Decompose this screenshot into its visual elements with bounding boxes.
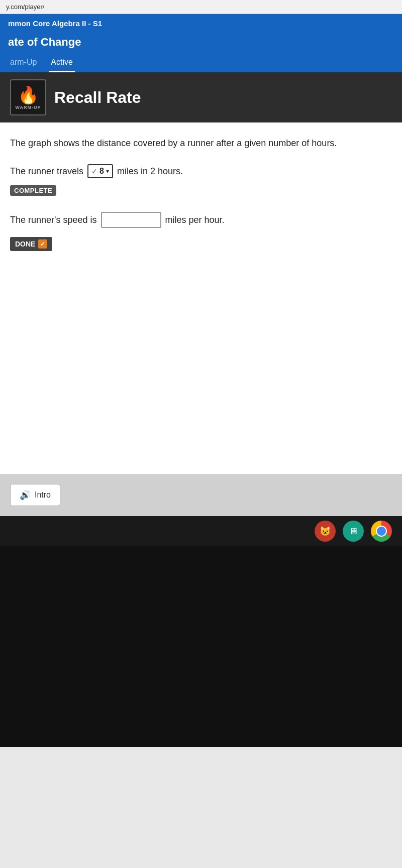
chevron-down-icon: ▾ [106,168,109,175]
tab-active[interactable]: Active [49,54,75,72]
question1-row: The runner travels ✓ 8 ▾ miles in 2 hour… [10,164,392,178]
question2-suffix: miles per hour. [165,215,225,225]
page-title: ate of Change [8,36,81,48]
check-icon: ✓ [91,167,97,175]
miles-dropdown[interactable]: ✓ 8 ▾ [87,164,113,178]
main-content: The graph shows the distance covered by … [0,122,402,474]
screen-symbol: 🖥 [349,526,358,537]
browser-url: y.com/player/ [6,3,44,11]
taskbar: 😺 🖥 [0,516,402,546]
course-nav-bar: mmon Core Algebra II - S1 [0,14,402,33]
course-name: mmon Core Algebra II - S1 [8,19,102,28]
done-check-icon: ✓ [38,239,47,249]
question2-prefix: The runner's speed is [10,215,97,225]
done-button-container: DONE ✓ [10,233,392,251]
question1-prefix: The runner travels [10,166,83,177]
warmup-icon-box: 🔥 WARM-UP [10,79,46,115]
tab-warmup[interactable]: arm-Up [8,54,39,72]
question2-row: The runner's speed is miles per hour. [10,212,392,228]
flame-icon: 🔥 [18,85,39,105]
warmup-header: 🔥 WARM-UP Recall Rate [0,72,402,122]
dark-bottom-region [0,546,402,747]
chrome-icon[interactable] [371,521,392,542]
description-text: The graph shows the distance covered by … [10,137,392,150]
red-app-symbol: 😺 [320,526,331,537]
done-label: DONE [15,240,35,248]
tabs-bar: arm-Up Active [0,54,402,72]
done-button[interactable]: DONE ✓ [10,237,52,251]
dropdown-value: 8 [99,167,104,176]
intro-label: Intro [35,490,51,500]
complete-badge: COMPLETE [10,183,392,208]
intro-button[interactable]: 🔊 Intro [10,484,60,506]
question1-suffix: miles in 2 hours. [117,166,183,177]
teal-screen-icon[interactable]: 🖥 [343,521,364,542]
bottom-bar: 🔊 Intro [0,474,402,516]
browser-bar: y.com/player/ [0,0,402,14]
page-title-bar: ate of Change [0,33,402,54]
warmup-icon-label: WARM-UP [16,105,41,110]
speed-input[interactable] [101,212,161,228]
red-app-icon[interactable]: 😺 [315,521,336,542]
warmup-title: Recall Rate [54,88,141,107]
speaker-icon: 🔊 [20,489,31,501]
